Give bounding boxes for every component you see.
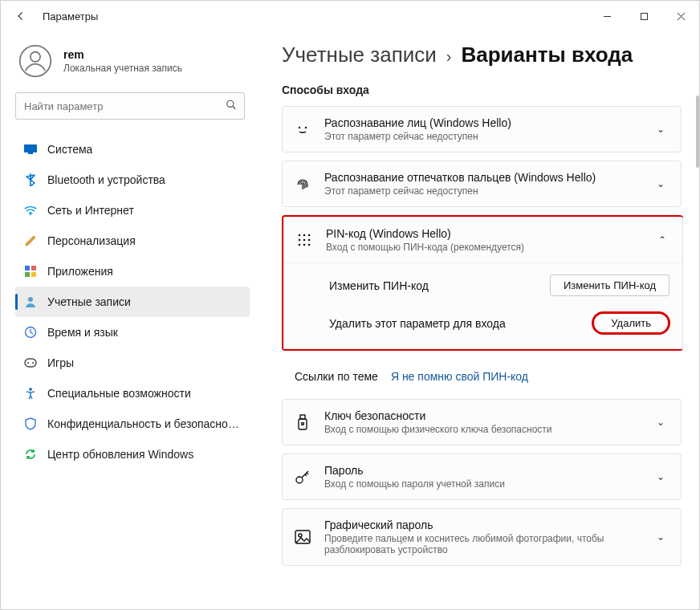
card-subtitle: Вход с помощью пароля учетной записи <box>324 478 639 490</box>
svg-point-27 <box>303 239 306 242</box>
chevron-down-icon: ⌄ <box>652 471 669 482</box>
sidebar-item-personalization[interactable]: Персонализация <box>15 226 250 256</box>
sidebar-item-accessibility[interactable]: Специальные возможности <box>15 378 250 409</box>
pin-highlight-box: PIN-код (Windows Hello) Вход с помощью П… <box>282 215 683 351</box>
card-subtitle: Этот параметр сейчас недоступен <box>324 185 639 197</box>
sidebar-item-update[interactable]: Центр обновления Windows <box>15 439 250 470</box>
window-controls <box>588 1 699 31</box>
card-title: Распознавание лиц (Windows Hello) <box>324 116 639 129</box>
method-password[interactable]: Пароль Вход с помощью пароля учетной зап… <box>282 453 682 500</box>
links-label: Ссылки по теме <box>295 370 378 383</box>
svg-rect-8 <box>24 144 37 152</box>
picture-icon <box>294 528 311 546</box>
method-security-key[interactable]: Ключ безопасности Вход с помощью физичес… <box>282 399 682 445</box>
user-block[interactable]: rem Локальная учетная запись <box>15 38 250 92</box>
svg-point-29 <box>299 244 301 246</box>
svg-point-15 <box>28 297 33 302</box>
search-input[interactable] <box>15 92 245 120</box>
change-pin-button[interactable]: Изменить ПИН-код <box>550 274 669 296</box>
method-pin[interactable]: PIN-код (Windows Hello) Вход с помощью П… <box>283 217 683 349</box>
breadcrumb-current: Варианты входа <box>461 43 633 67</box>
card-title: Пароль <box>324 464 639 477</box>
minimize-button[interactable] <box>588 1 625 31</box>
window-title: Параметры <box>43 10 98 22</box>
svg-rect-1 <box>641 13 647 19</box>
forgot-pin-link[interactable]: Я не помню свой ПИН-код <box>391 370 528 383</box>
svg-point-28 <box>308 239 311 242</box>
pin-remove-row: Удалить этот параметр для входа Удалить <box>284 307 682 348</box>
breadcrumb-separator-icon: › <box>446 47 452 66</box>
breadcrumb: Учетные записи › Варианты входа <box>282 43 694 67</box>
update-icon <box>23 447 38 462</box>
system-icon <box>23 142 38 157</box>
svg-point-37 <box>299 534 302 537</box>
remove-pin-button[interactable]: Удалить <box>592 312 669 334</box>
wifi-icon <box>23 203 38 218</box>
search-wrap <box>15 92 245 120</box>
card-subtitle: Проведите пальцем и коснитесь любимой фо… <box>324 533 639 555</box>
svg-rect-32 <box>300 415 305 419</box>
face-icon <box>294 120 311 138</box>
svg-point-18 <box>27 362 29 364</box>
svg-point-30 <box>303 244 306 246</box>
pin-change-row: Изменить ПИН-код Изменить ПИН-код <box>284 263 682 307</box>
svg-rect-11 <box>25 266 30 270</box>
accessibility-icon <box>23 386 38 401</box>
sidebar-item-bluetooth[interactable]: Bluetooth и устройства <box>15 165 250 195</box>
method-fingerprint[interactable]: Распознавание отпечатков пальцев (Window… <box>282 161 682 207</box>
svg-rect-12 <box>31 266 36 270</box>
sidebar-item-system[interactable]: Система <box>15 134 250 165</box>
sidebar: rem Локальная учетная запись Система Blu… <box>1 31 258 609</box>
svg-point-34 <box>302 423 304 425</box>
scrollbar[interactable] <box>695 96 699 593</box>
chevron-down-icon: ⌄ <box>652 124 669 135</box>
svg-point-10 <box>30 214 31 215</box>
clock-icon <box>23 325 38 340</box>
sidebar-item-accounts[interactable]: Учетные записи <box>15 287 250 317</box>
method-face[interactable]: Распознавание лиц (Windows Hello) Этот п… <box>282 106 682 152</box>
svg-point-21 <box>299 127 300 128</box>
method-picture-password[interactable]: Графический пароль Проведите пальцем и к… <box>282 508 682 566</box>
card-subtitle: Вход с помощью ПИН-кода (рекомендуется) <box>326 242 641 253</box>
svg-point-23 <box>299 234 301 237</box>
back-button[interactable] <box>9 4 33 28</box>
avatar-icon <box>18 44 52 78</box>
svg-point-31 <box>308 244 311 246</box>
title-bar: Параметры <box>1 1 699 31</box>
fingerprint-icon <box>294 175 311 193</box>
sidebar-item-privacy[interactable]: Конфиденциальность и безопасность <box>15 409 250 439</box>
chevron-down-icon: ⌄ <box>652 531 669 543</box>
svg-rect-9 <box>28 152 33 154</box>
bluetooth-icon <box>23 173 38 187</box>
svg-point-35 <box>296 477 303 483</box>
user-subtitle: Локальная учетная запись <box>63 63 182 74</box>
svg-rect-17 <box>25 359 36 367</box>
svg-point-20 <box>29 388 32 391</box>
card-title: Графический пароль <box>324 518 639 531</box>
sidebar-item-apps[interactable]: Приложения <box>15 256 250 287</box>
sidebar-item-network[interactable]: Сеть и Интернет <box>15 195 250 226</box>
maximize-button[interactable] <box>625 1 662 31</box>
card-title: PIN-код (Windows Hello) <box>326 227 641 240</box>
main-content: Учетные записи › Варианты входа Способы … <box>258 31 699 609</box>
close-button[interactable] <box>662 1 699 31</box>
scrollbar-thumb[interactable] <box>696 96 699 168</box>
pin-icon <box>295 231 313 249</box>
breadcrumb-parent[interactable]: Учетные записи <box>282 43 437 67</box>
sidebar-item-time-language[interactable]: Время и язык <box>15 317 250 348</box>
pin-change-label: Изменить ПИН-код <box>329 279 429 292</box>
svg-rect-33 <box>299 419 307 429</box>
svg-point-26 <box>299 239 301 242</box>
sidebar-item-gaming[interactable]: Игры <box>15 348 250 378</box>
svg-point-19 <box>32 362 34 364</box>
svg-rect-13 <box>25 272 30 277</box>
svg-point-22 <box>305 127 307 128</box>
svg-point-5 <box>31 52 40 62</box>
brush-icon <box>23 234 38 248</box>
nav-list: Система Bluetooth и устройства Сеть и Ин… <box>15 134 250 470</box>
chevron-down-icon: ⌄ <box>652 178 669 189</box>
svg-point-25 <box>308 234 311 237</box>
card-title: Ключ безопасности <box>324 409 639 422</box>
gaming-icon <box>23 356 38 370</box>
chevron-up-icon: ⌃ <box>653 234 671 246</box>
